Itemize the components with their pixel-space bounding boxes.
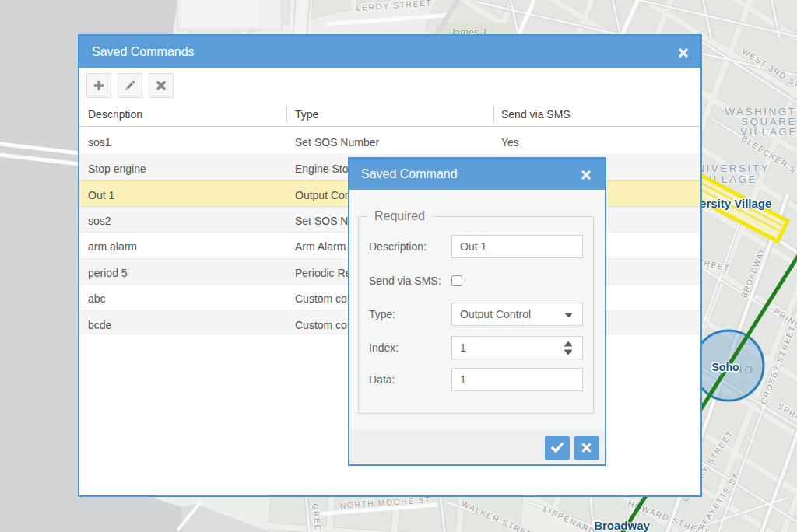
svg-text:Soho: Soho: [712, 361, 739, 373]
svg-text:VILLAGE: VILLAGE: [740, 126, 797, 138]
svg-text:Broadway: Broadway: [594, 519, 650, 532]
